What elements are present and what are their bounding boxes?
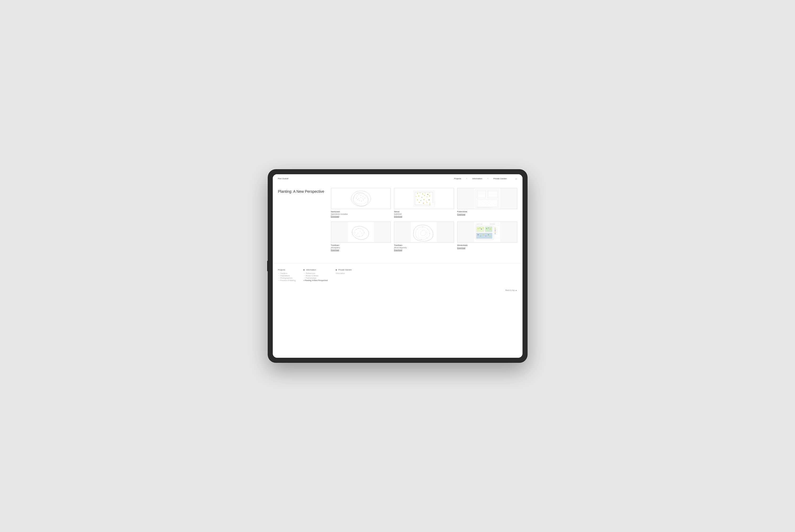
footer-item-partnerships[interactable]: → Partnerships — [303, 277, 328, 279]
right-column: Nantucket Sporobolus meadow Download — [331, 188, 517, 255]
footer-item-planting[interactable]: • Planting: A New Perspective — [303, 280, 328, 281]
svg-point-35 — [424, 199, 425, 200]
footer-item-gardens[interactable]: → Gardens — [278, 272, 296, 274]
nav-item-information[interactable]: Information — [472, 177, 482, 180]
svg-text:— — —: — — — — [490, 207, 493, 208]
svg-point-27 — [416, 196, 417, 197]
item-title-pottersheld: Pottersheld — [457, 210, 517, 213]
footer-item-process[interactable]: → Process of Making — [278, 280, 296, 281]
footer-list-information: → References → Books & Media → Partnersh… — [303, 272, 328, 281]
svg-point-113 — [488, 228, 489, 228]
footer-heading-information: Information — [303, 269, 328, 271]
grid-item-trentham1: Trentham (floodplain) Download — [331, 222, 391, 251]
svg-rect-107 — [476, 233, 492, 239]
svg-text:PLANTING PLAN: PLANTING PLAN — [476, 224, 482, 225]
footer-col-projects: Projects → Gardens → Inspirations → Phot… — [278, 269, 296, 282]
svg-point-40 — [427, 202, 427, 203]
svg-text:spec2: spec2 — [496, 229, 498, 229]
footer-item-books-media[interactable]: → Books & Media — [303, 275, 328, 277]
svg-point-116 — [480, 235, 481, 236]
grid-row-1: Nantucket Sporobolus meadow Download — [331, 188, 517, 217]
download-link-pottersheld[interactable]: Download — [457, 213, 517, 215]
svg-point-118 — [485, 235, 486, 236]
download-link-nantucket[interactable]: Download — [331, 215, 391, 217]
image-westerkade: PLANTING PLAN WESTERKADE — [457, 222, 517, 243]
svg-point-112 — [486, 228, 487, 229]
download-link-nieuw[interactable]: Download — [394, 215, 454, 217]
svg-rect-0 — [348, 188, 374, 209]
search-icon[interactable]: ⌕ — [515, 177, 517, 180]
svg-text:spec4: spec4 — [496, 232, 498, 233]
nav-item-projects[interactable]: Projects — [454, 177, 461, 180]
svg-rect-106 — [485, 227, 492, 232]
back-to-top-link[interactable]: Back to top ▲ — [505, 289, 517, 291]
svg-point-34 — [420, 200, 421, 201]
nav-bullet-1: • — [466, 178, 467, 179]
image-pottersheld: — — — — [457, 188, 517, 209]
svg-point-23 — [422, 193, 423, 195]
grid-item-nieuw: Nieuw twijfeltutti Download — [394, 188, 454, 217]
svg-point-108 — [478, 228, 479, 229]
svg-point-37 — [429, 200, 430, 201]
footer-list-projects: → Gardens → Inspirations → Photographers… — [278, 272, 296, 281]
svg-point-109 — [479, 228, 480, 228]
grid-item-nantucket: Nantucket Sporobolus meadow Download — [331, 188, 391, 217]
footer-item-pg-information[interactable]: Information — [336, 272, 352, 274]
svg-point-38 — [419, 202, 420, 203]
item-subtitle-nantucket: Sporobolus meadow — [331, 213, 391, 215]
svg-point-111 — [483, 228, 484, 228]
nav-bullet-2: • — [487, 178, 488, 179]
tablet-screen: Piet Oudolf Projects • Information • Pri… — [273, 174, 522, 358]
download-link-trentham2[interactable]: Download — [394, 249, 454, 251]
svg-point-26 — [429, 192, 430, 193]
svg-point-39 — [423, 203, 424, 204]
footer-heading-private-garden: Private Garden — [336, 269, 352, 271]
image-nieuw — [394, 188, 454, 209]
footer-item-photographers[interactable]: → Photographers — [278, 277, 296, 279]
footer-item-references[interactable]: → References — [303, 272, 328, 274]
svg-text:spec5: spec5 — [496, 233, 498, 234]
svg-text:spec3: spec3 — [496, 230, 498, 231]
item-title-nieuw: Nieuw — [394, 210, 454, 213]
page-title: Planting: A New Perspective — [278, 189, 326, 194]
svg-point-119 — [488, 234, 489, 235]
grid-row-2: Trentham (floodplain) Download — [331, 222, 517, 251]
svg-point-117 — [483, 234, 484, 235]
left-column: Planting: A New Perspective — [278, 188, 326, 255]
svg-point-125 — [495, 232, 496, 233]
svg-point-25 — [427, 194, 428, 195]
svg-point-126 — [495, 233, 496, 234]
footer-dot-information — [303, 269, 304, 270]
svg-point-114 — [490, 228, 491, 229]
download-link-westerkade[interactable]: Download — [457, 247, 517, 249]
svg-text:spec1: spec1 — [496, 227, 498, 228]
svg-point-120 — [490, 236, 491, 236]
image-trentham1 — [331, 222, 391, 243]
image-nantucket — [331, 188, 391, 209]
svg-point-42 — [430, 203, 430, 204]
item-title-trentham2: Trantham — [394, 244, 454, 246]
site-logo[interactable]: Piet Oudolf — [278, 177, 454, 180]
svg-point-21 — [417, 193, 418, 194]
grid-item-pottersheld: — — — Pottersheld Download — [457, 188, 517, 217]
grid-item-trentham2: Trantham (floral labyrinth) Download — [394, 222, 454, 251]
tablet-device: Piet Oudolf Projects • Information • Pri… — [268, 170, 527, 362]
nav-item-private-garden[interactable]: Private Garden — [494, 177, 506, 180]
svg-point-123 — [495, 229, 496, 229]
main-nav: Piet Oudolf Projects • Information • Pri… — [273, 174, 522, 183]
footer-col-private-garden: Private Garden Information — [336, 269, 352, 282]
svg-point-115 — [478, 234, 479, 235]
svg-rect-105 — [476, 227, 484, 232]
footer-bottom: Back to top ▲ — [273, 287, 522, 294]
main-content: Planting: A New Perspective — [273, 183, 522, 263]
footer-item-inspirations[interactable]: → Inspirations — [278, 275, 296, 277]
download-link-trentham1[interactable]: Download — [331, 249, 391, 251]
svg-point-36 — [426, 201, 427, 202]
footer-heading-projects: Projects — [278, 269, 296, 271]
item-subtitle-trentham1: (floodplain) — [331, 247, 391, 249]
grid-item-westerkade: PLANTING PLAN WESTERKADE — [457, 222, 517, 251]
svg-point-110 — [481, 228, 482, 229]
svg-point-43 — [430, 204, 430, 204]
item-subtitle-trentham2: (floral labyrinth) — [394, 247, 454, 249]
footer-dot-private-garden — [336, 269, 337, 270]
